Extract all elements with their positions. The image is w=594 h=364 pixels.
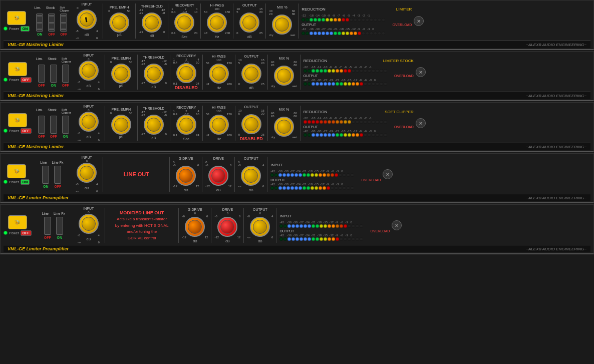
- mix-section-2: MIX % 4060 2080 drywet: [271, 57, 297, 88]
- power-btn-lim-2[interactable]: OFF: [21, 77, 32, 83]
- threshold-section-2: THRESHOLD -17-12 -22-8 -270 dB: [141, 56, 167, 89]
- stock-label-2: Stock: [48, 57, 57, 63]
- recovery-knob-2[interactable]: [176, 63, 196, 83]
- close-btn-1[interactable]: ✕: [414, 16, 424, 26]
- soft-switch-1[interactable]: [60, 14, 67, 32]
- pre-emph-knob-1[interactable]: [109, 13, 129, 33]
- recovery-knob-3[interactable]: [176, 115, 196, 135]
- hipass-section-2: HI-PASS 100 50150 off200 Hz: [206, 55, 232, 90]
- threshold-knob-3[interactable]: [144, 115, 164, 135]
- line-switch-5[interactable]: [44, 217, 51, 235]
- input-knob-5[interactable]: [79, 214, 99, 234]
- stock-state-1: OFF: [48, 33, 55, 36]
- gdrive-knob-4[interactable]: [176, 166, 196, 186]
- lim-label: Lim.: [34, 6, 41, 12]
- drive-knob-5[interactable]: [217, 217, 237, 237]
- hipass-knob-1[interactable]: [207, 13, 227, 33]
- stock-switch-1[interactable]: [48, 14, 55, 32]
- plugin-row-2: 🐝 Power OFF Lim. Stock SoftClipper OFF: [0, 51, 594, 101]
- drive-section-4: DRIVE 0 -66 -1212 dB: [205, 157, 231, 192]
- lim-state-2: OFF: [38, 84, 45, 87]
- drive-section-5: DRIVE 0 -66 -1212 dB: [214, 208, 240, 243]
- recovery-section-2: RECOVERY 124 0.40.210 0.124 DISABLED: [173, 54, 199, 90]
- recovery-section-1: RECOVERY 124 0.40.210 0.124 Sec: [171, 4, 197, 39]
- lim-switch-1[interactable]: [36, 14, 43, 32]
- mix-knob-2[interactable]: [274, 66, 294, 86]
- logo-section-3: 🐝 Power OFF: [4, 113, 32, 134]
- lim-switch-2[interactable]: [38, 65, 45, 83]
- bottom-bar-5: VML-GE Limiter Preamplifier ~ALEXB AUDIO…: [4, 245, 590, 252]
- power-led-4: [4, 180, 8, 184]
- recovery-unit-1: Sec: [181, 35, 187, 39]
- linefx-switch-4[interactable]: [54, 166, 61, 184]
- logo-1: 🐝: [7, 11, 26, 25]
- power-led-3: [4, 129, 8, 133]
- hipass-knob-3[interactable]: [209, 115, 229, 135]
- lim-switch-3[interactable]: [38, 116, 45, 134]
- center-text-4: LINE OUT: [106, 167, 166, 181]
- soft-switch-2[interactable]: [62, 65, 69, 83]
- input-knob-1[interactable]: [77, 10, 97, 30]
- output-knob-5[interactable]: [250, 217, 270, 237]
- pre-emph-section-1: PRE. EMPH 050 μS: [106, 6, 132, 37]
- switches-1: Lim. Stock SoftClipper ON OFF: [32, 6, 72, 36]
- pre-emph-knob-3[interactable]: [111, 115, 131, 135]
- plugin-row-4: 🐝 Power ON Line Line Fx ON OFF: [0, 153, 594, 203]
- stock-switch-3[interactable]: [50, 116, 57, 134]
- threshold-knob-2[interactable]: [144, 64, 164, 84]
- logo-4: 🐝: [7, 164, 26, 178]
- input-knob-3[interactable]: [79, 112, 99, 132]
- logo-section-5: 🐝 Power OFF: [4, 215, 32, 236]
- soft-switch-3[interactable]: [62, 116, 69, 134]
- power-led-1: [4, 27, 8, 31]
- recovery-knob-1[interactable]: [174, 13, 194, 33]
- bottom-bar-2: VML-GE Mastering Limiter ~ALEXB AUDIO EN…: [4, 92, 590, 99]
- recovery-disabled-2: DISABLED: [175, 85, 198, 90]
- hipass-label-1: HI-PASS: [210, 4, 224, 7]
- gdrive-knob-5[interactable]: [185, 217, 205, 237]
- output-section-4: OUTPUT 0 -84 -∞6 dB: [238, 157, 264, 192]
- output-disabled-3: DISABLED: [240, 136, 263, 141]
- threshold-label-1: THRESHOLD: [141, 5, 163, 8]
- line-switch-4[interactable]: [42, 166, 49, 184]
- logo-section-2: 🐝 Power OFF: [4, 62, 32, 83]
- power-btn-1[interactable]: ON: [21, 26, 30, 32]
- input-knob-2[interactable]: [79, 61, 99, 81]
- mix-knob-1[interactable]: [272, 15, 292, 35]
- pre-emph-knob-2[interactable]: [111, 64, 131, 84]
- output-knob-1[interactable]: [239, 13, 259, 33]
- soft-label-2: SoftClipper: [62, 57, 71, 63]
- hipass-section-1: HI-PASS 100 50150 off200 Hz: [204, 4, 230, 39]
- recovery-label-1: RECOVERY: [175, 4, 194, 7]
- mix-label-1: MIX %: [277, 6, 287, 9]
- close-btn-2[interactable]: ✕: [416, 67, 426, 77]
- output-meter-label-1: OUTPUT: [302, 23, 322, 27]
- input-knob-4[interactable]: [77, 163, 97, 183]
- output-section-1: OUTPUT 1015 520 025 dB: [236, 4, 262, 39]
- power-led-5: [4, 231, 8, 235]
- close-btn-5[interactable]: ✕: [392, 220, 402, 230]
- linefx-switch-5[interactable]: [56, 217, 63, 235]
- output-knob-4[interactable]: [241, 166, 261, 186]
- threshold-knob-1[interactable]: [142, 13, 162, 33]
- bottom-bar-1: VML-GE Mastering Limiter ~ALEXB AUDIO EN…: [4, 41, 590, 48]
- output-knob-3[interactable]: [241, 114, 261, 134]
- output-unit-1: dB: [247, 35, 252, 39]
- gdrive-section-5: G.DRIVE 0 -66 -1212 dB: [182, 208, 208, 243]
- output-knob-2[interactable]: [241, 64, 261, 84]
- plugin-row-1: 🐝 Power ON Lim. Stock SoftClipper ON: [0, 0, 594, 50]
- switches-3: Lim. Stock SoftClipper OFF OFF ON: [34, 108, 74, 138]
- plugin-row-5: 🐝 Power OFF Line Line Fx OFF ON: [0, 204, 594, 254]
- input-knob-section-1: INPUT 0 -84 dB -∞6: [74, 3, 100, 40]
- logo-5: 🐝: [8, 215, 27, 229]
- close-btn-4[interactable]: ✕: [383, 169, 393, 179]
- input-unit-1: dB: [85, 33, 89, 37]
- logo-2: 🐝: [8, 62, 27, 76]
- close-btn-3[interactable]: ✕: [416, 118, 426, 128]
- mix-knob-3[interactable]: [274, 117, 294, 137]
- drive-knob-4[interactable]: [208, 166, 228, 186]
- hipass-knob-2[interactable]: [209, 64, 229, 84]
- switches-4: Line Line Fx ON OFF: [32, 161, 72, 188]
- stock-switch-2[interactable]: [50, 65, 57, 83]
- mix-section-1: MIX % 4060 2080 drywet: [269, 6, 295, 37]
